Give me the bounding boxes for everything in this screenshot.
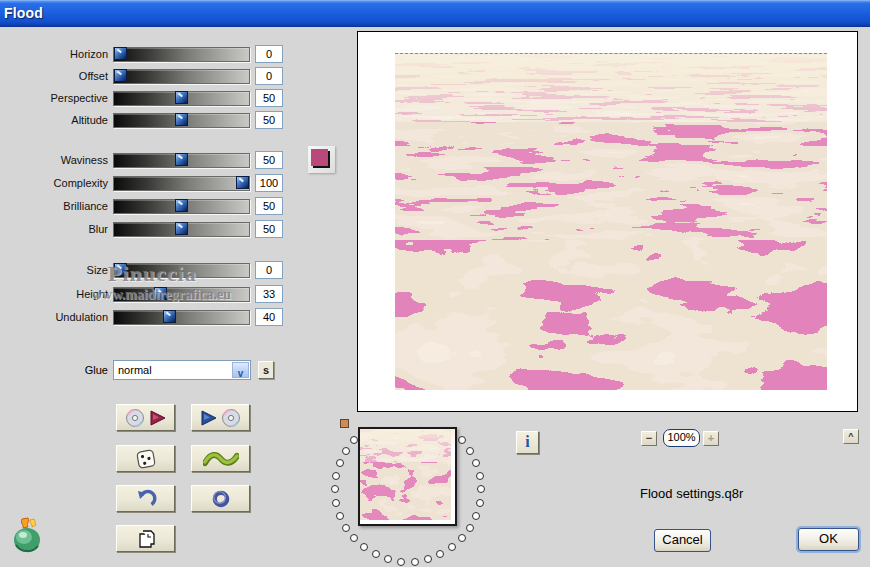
load-settings-button[interactable] [191,404,250,431]
memory-dot[interactable] [336,459,344,467]
blur-slider[interactable] [113,222,250,237]
memory-dot[interactable] [477,485,485,493]
memory-dot[interactable] [336,512,344,520]
cancel-button[interactable]: Cancel [654,529,711,552]
memory-dot[interactable] [424,555,432,563]
memory-dot[interactable] [372,550,380,558]
green-squiggle-icon [203,450,239,468]
randomize-button[interactable] [116,445,175,472]
slider-handle[interactable] [175,113,188,126]
height-value-input[interactable] [255,285,283,303]
slider-row-perspective: Perspective [0,91,300,109]
memory-dot[interactable] [350,534,358,542]
altitude-value-input[interactable] [255,111,283,129]
ok-button[interactable]: OK [798,528,859,551]
size-slider[interactable] [113,263,250,278]
slider-handle[interactable] [163,310,176,323]
altitude-slider[interactable] [113,113,250,128]
pages-icon [135,528,157,550]
dropdown-button[interactable]: v [232,362,249,378]
water-color-swatch[interactable] [311,149,328,166]
preview-thumbnail[interactable] [358,427,457,526]
reset-button[interactable] [191,485,250,512]
complexity-slider[interactable] [113,176,250,191]
memory-dot[interactable] [458,534,466,542]
slider-row-height: Height [0,287,300,305]
slider-handle[interactable] [114,47,127,60]
horizon-label: Horizon [0,48,108,60]
water-color-tile [308,146,335,173]
glue-s-button[interactable]: s [258,361,274,379]
memory-dot[interactable] [411,558,419,566]
water-render [395,54,827,390]
memory-dot[interactable] [458,436,466,444]
horizon-slider[interactable] [113,47,250,62]
waviness-value-input[interactable] [255,151,283,169]
offset-slider[interactable] [113,69,250,84]
zoom-level: 100% [663,429,700,447]
complexity-label: Complexity [0,177,108,189]
height-slider[interactable] [113,287,250,302]
title-bar[interactable]: Flood [0,0,870,27]
undo-button[interactable] [116,485,175,512]
memory-dot[interactable] [472,512,480,520]
slider-handle[interactable] [114,69,127,82]
info-button[interactable]: i [516,431,539,454]
slider-handle[interactable] [175,222,188,235]
blur-value-input[interactable] [255,220,283,238]
zoom-in-button[interactable]: + [703,431,719,446]
memory-dot[interactable] [436,550,444,558]
memory-dot[interactable] [466,524,474,532]
undulation-slider[interactable] [113,310,250,325]
dice-icon [134,447,158,471]
slider-row-brilliance: Brilliance [0,199,300,217]
waviness-slider[interactable] [113,153,250,168]
wave-presets-button[interactable] [191,445,250,472]
blue-ring-icon [211,489,231,509]
brilliance-slider[interactable] [113,199,250,214]
offset-label: Offset [0,70,108,82]
horizon-value-input[interactable] [255,45,283,63]
zoom-out-button[interactable]: − [641,431,657,446]
altitude-label: Altitude [0,114,108,126]
memory-dot[interactable] [360,543,368,551]
perspective-slider[interactable] [113,91,250,106]
slider-row-offset: Offset [0,69,300,87]
memory-dot[interactable] [397,558,405,566]
copy-settings-button[interactable] [116,525,175,552]
memory-dot[interactable] [472,459,480,467]
save-settings-button[interactable] [116,404,175,431]
memory-dot[interactable] [342,524,350,532]
memory-dot[interactable] [384,555,392,563]
slider-handle[interactable] [154,287,167,300]
memory-dot[interactable] [476,499,484,507]
settings-filename: Flood settings.q8r [640,486,743,501]
collapse-button[interactable]: ^ [843,429,859,444]
slider-row-altitude: Altitude [0,113,300,131]
undulation-value-input[interactable] [255,308,283,326]
thumbnail-glow [360,429,455,451]
memory-dot[interactable] [332,499,340,507]
brilliance-value-input[interactable] [255,197,283,215]
ok-label: OK [819,531,838,546]
slider-handle[interactable] [236,176,249,189]
memory-dot[interactable] [331,485,339,493]
slider-row-complexity: Complexity [0,176,300,194]
memory-dot[interactable] [448,543,456,551]
glue-dropdown[interactable]: normal v [113,360,251,380]
flood-preview-image[interactable] [395,53,827,390]
memory-dot[interactable] [350,436,358,444]
memory-dot[interactable] [476,472,484,480]
memory-dot[interactable] [466,447,474,455]
chevron-down-icon: v [238,368,244,379]
offset-value-input[interactable] [255,67,283,85]
perspective-value-input[interactable] [255,89,283,107]
size-value-input[interactable] [255,261,283,279]
slider-handle[interactable] [114,263,127,276]
complexity-value-input[interactable] [255,174,283,192]
slider-handle[interactable] [175,199,188,212]
slider-handle[interactable] [175,91,188,104]
memory-dot[interactable] [332,472,340,480]
memory-dot[interactable] [342,447,350,455]
slider-handle[interactable] [175,153,188,166]
